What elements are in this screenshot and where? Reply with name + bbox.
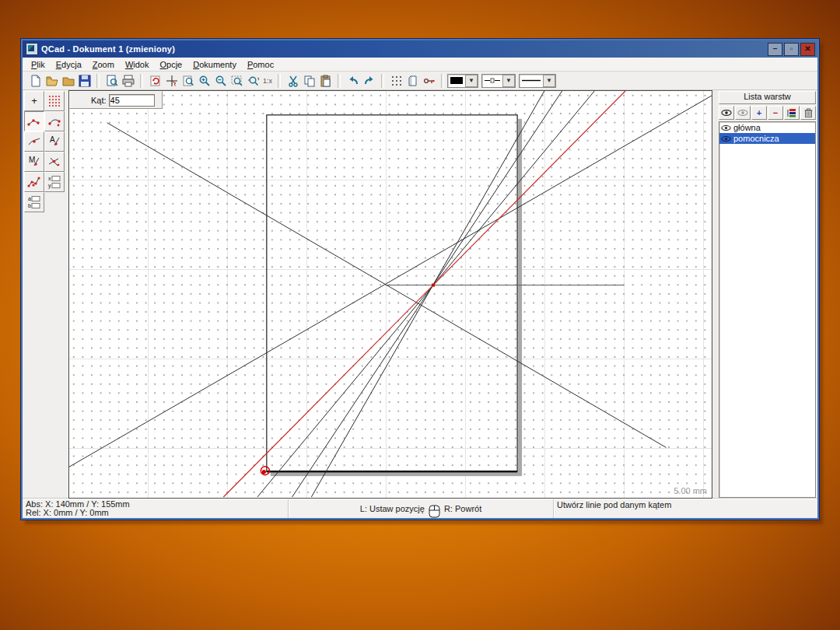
tool-hint-cell: Utwórz linie pod danym kątem: [553, 499, 817, 518]
angled-line-50deg[interactable]: [257, 91, 594, 497]
menu-pomoc[interactable]: Pomoc: [242, 59, 279, 70]
hide-all-layers-button[interactable]: [735, 106, 751, 120]
save-icon: [79, 75, 91, 87]
print-button[interactable]: [120, 73, 136, 89]
line-style-dropdown[interactable]: ▼: [519, 74, 556, 88]
coordinate-xy-button[interactable]: xy: [44, 172, 65, 192]
anchor-point-marker: [432, 284, 435, 287]
menu-dokumenty[interactable]: Dokumenty: [187, 59, 242, 70]
svg-text:y: y: [48, 183, 51, 189]
layer-row-glowna[interactable]: główna: [719, 122, 815, 133]
left-click-hint: L: Ustaw pozycję: [360, 504, 425, 513]
svg-text:+: +: [31, 95, 37, 107]
line-width-icon: [485, 77, 500, 84]
folder-icon: [62, 75, 75, 87]
zoom-pointer-button[interactable]: [163, 73, 180, 89]
svg-text:A: A: [50, 135, 55, 144]
line-width-dropdown[interactable]: ▼: [481, 74, 516, 88]
menu-opcje[interactable]: Opcje: [154, 59, 187, 70]
draft-mode-button[interactable]: [404, 73, 421, 89]
close-button[interactable]: ✕: [800, 43, 815, 56]
redraw-button[interactable]: [147, 73, 163, 89]
draft-icon: [407, 75, 419, 87]
zoom-window-button[interactable]: [229, 73, 245, 89]
crosshair-plus-icon: +: [27, 94, 41, 108]
redraw-icon: [149, 75, 162, 87]
paste-button[interactable]: [317, 73, 334, 89]
print-preview-button[interactable]: [103, 73, 120, 89]
rectangle-entity[interactable]: [267, 115, 517, 471]
menu-plik[interactable]: Plik: [26, 59, 51, 70]
color-dropdown[interactable]: ▼: [447, 74, 478, 88]
toolbar-separator: [338, 74, 341, 88]
open-document-icon: [46, 75, 58, 87]
zoom-in-button[interactable]: [196, 73, 212, 89]
zoom-auto-button[interactable]: [245, 73, 261, 89]
menu-edycja[interactable]: Edycja: [51, 59, 87, 70]
drawing-canvas[interactable]: Kąt:: [68, 90, 712, 499]
redo-button[interactable]: [361, 73, 377, 89]
snap-intersection-button[interactable]: [44, 152, 65, 172]
copy-icon: [303, 75, 316, 87]
delete-layer-button[interactable]: [800, 106, 816, 120]
snap-middle-button[interactable]: [24, 131, 44, 152]
show-all-layers-button[interactable]: [719, 106, 734, 120]
menu-zoom[interactable]: Zoom: [87, 59, 120, 70]
grid-scale-label: 5.00 mm: [674, 486, 707, 495]
snap-grid-button[interactable]: [44, 91, 65, 111]
redo-icon: [363, 75, 376, 87]
minimize-button[interactable]: –: [768, 43, 782, 56]
grid-toggle-button[interactable]: [388, 73, 404, 89]
maximize-button[interactable]: ▫: [784, 43, 799, 56]
angled-line-60deg[interactable]: [311, 91, 544, 497]
copy-button[interactable]: [301, 73, 317, 89]
diagonal-line-up[interactable]: [69, 96, 712, 467]
print-preview-icon: [106, 75, 118, 87]
relative-coordinates: Rel: X: 0mm / Y: 0mm: [26, 509, 285, 517]
layer-row-pomocnicza[interactable]: pomocnicza: [719, 133, 815, 144]
cut-button[interactable]: [285, 73, 301, 89]
new-document-icon: [30, 75, 42, 87]
snap-manual-button[interactable]: M: [24, 152, 44, 172]
layer-attributes-button[interactable]: [784, 106, 800, 120]
layer-attributes-icon: [787, 108, 796, 117]
lock-relative-zero-button[interactable]: [421, 73, 437, 89]
color-swatch-icon: [450, 77, 463, 84]
zoom-out-button[interactable]: [212, 73, 229, 89]
right-click-hint: R: Powrót: [444, 504, 481, 513]
undo-button[interactable]: [345, 73, 361, 89]
new-document-button[interactable]: [27, 73, 44, 89]
mouse-hint-cell: L: Ustaw pozycję R: Powrót: [288, 499, 553, 518]
crosshair-icon: [166, 75, 178, 87]
grid-icon: [390, 75, 403, 87]
zoom-in-icon: [198, 75, 211, 87]
menu-widok[interactable]: Widok: [120, 59, 155, 70]
snap-free-icon: [27, 114, 41, 128]
snap-free-button[interactable]: [24, 111, 44, 131]
chevron-down-icon: ▼: [465, 75, 478, 87]
add-layer-button[interactable]: +: [751, 106, 767, 120]
save-button[interactable]: [76, 73, 93, 89]
zoom-1x-button[interactable]: 1:x: [261, 77, 274, 85]
snap-endpoint-button[interactable]: [44, 111, 65, 131]
open-folder-button[interactable]: [60, 73, 76, 89]
snap-auto-button[interactable]: A: [44, 131, 65, 152]
snap-manual-icon: M: [27, 155, 41, 169]
open-document-button[interactable]: [44, 73, 60, 89]
remove-layer-button[interactable]: −: [768, 106, 783, 120]
toolbar-separator: [441, 74, 444, 88]
snap-cluster-button[interactable]: [24, 172, 44, 192]
key-icon: [423, 75, 436, 87]
coordinates-cell: Abs: X: 140mm / Y: 155mm Rel: X: 0mm / Y…: [23, 499, 288, 518]
chevron-down-icon: ▼: [502, 75, 515, 87]
snap-cluster-icon: [27, 175, 41, 189]
print-icon: [122, 75, 135, 87]
coordinate-angle-button[interactable]: ab: [24, 192, 44, 212]
angle-input[interactable]: [109, 94, 155, 107]
eye-open-icon: [721, 109, 732, 117]
crosshair-position-button[interactable]: +: [24, 91, 44, 111]
layer-panel-title: Lista warstw: [719, 91, 816, 104]
zoom-page-button[interactable]: [180, 73, 196, 89]
coordinate-xy-icon: xy: [47, 175, 61, 189]
qcad-window: QCad - Dokument 1 (zmieniony) – ▫ ✕ Plik…: [21, 39, 819, 520]
